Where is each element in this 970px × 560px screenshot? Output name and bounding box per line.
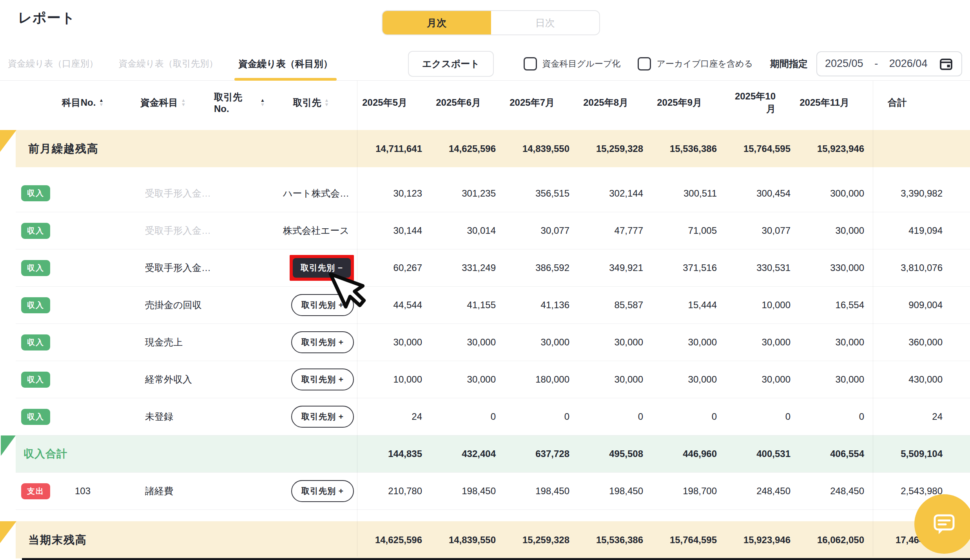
tab-cashflow-by-partner[interactable]: 資金繰り表（取引先別）	[119, 47, 218, 80]
month-value-cell: 60,267	[357, 262, 431, 273]
column-header-label: 合計	[888, 97, 907, 108]
toolbar: エクスポート 資金科目グループ化 アーカイブ口座を含める 期間指定 2025/0…	[408, 47, 962, 80]
calendar-icon[interactable]	[939, 56, 954, 71]
month-value-cell: 301,235	[431, 188, 504, 199]
group-accounts-checkbox[interactable]: 資金科目グループ化	[524, 57, 621, 70]
period-separator: -	[874, 58, 878, 70]
include-archived-checkbox[interactable]: アーカイブ口座を含める	[638, 57, 753, 70]
total-value-cell: 5,509,104	[873, 448, 970, 459]
partner-cell: ハート株式会…	[265, 187, 357, 200]
top-bar: レポート 月次 日次	[0, 0, 970, 47]
month-value-cell: 0	[504, 411, 578, 422]
partner-breakdown-collapse-button[interactable]: 取引先別 −	[293, 258, 351, 278]
month-value-cell: 0	[578, 411, 652, 422]
month-value-cell: 10,000	[725, 300, 799, 311]
chat-bubble-icon	[930, 510, 958, 538]
include-archived-checkbox-label: アーカイブ口座を含める	[656, 58, 753, 70]
report-tabs: 資金繰り表（口座別） 資金繰り表（取引先別） 資金繰り表（科目別）	[8, 47, 353, 80]
partner-cell: 取引先別 +	[265, 294, 357, 316]
month-column-header: 2025年11月	[799, 96, 873, 109]
month-value-cell: 30,077	[725, 225, 799, 236]
month-value-cell: 30,000	[431, 337, 504, 348]
column-header-partner[interactable]: 取引先 ▲▼	[265, 96, 357, 109]
month-value-cell: 10,000	[357, 374, 431, 385]
column-header-label: 取引先No.	[214, 91, 257, 114]
tab-cashflow-by-subject[interactable]: 資金繰り表（科目別）	[238, 47, 333, 80]
total-value-cell: 3,810,076	[873, 262, 970, 273]
month-value-cell: 30,000	[431, 374, 504, 385]
row-type-cell: 支出	[16, 483, 53, 499]
opening-balance-label: 前月繰越残高	[16, 141, 357, 156]
partner-cell: 取引先別 +	[265, 369, 357, 390]
period-view-toggle: 月次 日次	[382, 10, 600, 35]
month-value-cell: 16,554	[799, 300, 873, 311]
month-column-header: 2025年8月	[578, 96, 652, 109]
row-type-cell: 収入	[16, 297, 53, 313]
partner-cell: 取引先別 +	[265, 331, 357, 353]
partner-breakdown-expand-button[interactable]: 取引先別 +	[291, 331, 354, 353]
month-value-cell: 446,960	[652, 448, 725, 459]
month-value-cell: 15,764,595	[725, 143, 799, 154]
partner-name: ハート株式会…	[283, 187, 349, 200]
column-header-subject[interactable]: 資金科目 ▲▼	[112, 96, 214, 109]
period-start-value[interactable]: 2025/05	[825, 58, 863, 70]
month-value-cell: 349,921	[578, 262, 652, 273]
month-value-cell: 198,700	[652, 486, 725, 497]
partner-breakdown-expand-button[interactable]: 取引先別 +	[291, 406, 354, 428]
total-value-cell: 909,004	[873, 300, 970, 311]
month-value-cell: 15,444	[652, 300, 725, 311]
partner-breakdown-expand-button[interactable]: 取引先別 +	[291, 294, 354, 316]
checkbox-icon[interactable]	[638, 57, 651, 70]
checkbox-icon[interactable]	[524, 57, 537, 70]
column-header-subject-no[interactable]: 科目No. ▲▼	[53, 96, 112, 109]
table-row: 収入受取手形入金…取引先別 −60,267331,249386,592349,9…	[16, 249, 970, 286]
month-value-cell: 330,000	[799, 262, 873, 273]
month-value-cell: 637,728	[504, 448, 578, 459]
income-badge: 収入	[21, 260, 50, 276]
monthly-toggle-button[interactable]: 月次	[383, 11, 491, 34]
month-value-cell: 24	[357, 411, 431, 422]
month-value-cell: 41,136	[504, 300, 578, 311]
month-value-cell: 44,544	[357, 300, 431, 311]
sort-icon[interactable]: ▲▼	[181, 98, 186, 107]
month-value-cell: 300,511	[652, 188, 725, 199]
period-end-value[interactable]: 2026/04	[889, 58, 928, 70]
month-value-cell: 14,711,641	[357, 143, 431, 154]
month-value-cell: 30,000	[357, 337, 431, 348]
daily-toggle-button[interactable]: 日次	[491, 11, 600, 34]
row-type-cell: 収入	[16, 260, 53, 276]
period-range-input[interactable]: 2025/05 - 2026/04	[816, 51, 962, 76]
row-type-cell: 収入	[16, 185, 53, 201]
month-value-cell: 14,625,596	[431, 143, 504, 154]
month-value-cell: 16,062,050	[799, 535, 873, 546]
income-badge: 収入	[21, 185, 50, 201]
month-value-cell: 30,144	[357, 225, 431, 236]
month-value-cell: 198,450	[578, 486, 652, 497]
column-header-label: 科目No.	[62, 96, 96, 109]
month-value-cell: 30,000	[578, 374, 652, 385]
subject-no-cell: 103	[53, 486, 112, 497]
partner-breakdown-expand-button[interactable]: 取引先別 +	[291, 369, 354, 390]
column-header-total: 合計	[873, 96, 970, 109]
month-value-cell: 248,450	[725, 486, 799, 497]
horizontal-scrollbar[interactable]	[22, 558, 970, 560]
column-header-partner-no[interactable]: 取引先No. ▲▼	[214, 91, 265, 114]
subject-name: 経常外収入	[112, 373, 214, 386]
sort-icon[interactable]: ▲▼	[325, 98, 329, 107]
month-value-cell: 30,014	[431, 225, 504, 236]
column-header-label: 資金科目	[140, 96, 178, 109]
partner-breakdown-expand-button[interactable]: 取引先別 +	[291, 480, 354, 502]
sort-icon[interactable]: ▲▼	[260, 98, 265, 107]
month-value-cell: 248,450	[799, 486, 873, 497]
row-type-cell: 収入	[16, 409, 53, 425]
export-button[interactable]: エクスポート	[408, 51, 494, 77]
month-value-cell: 400,531	[725, 448, 799, 459]
tab-cashflow-by-account[interactable]: 資金繰り表（口座別）	[8, 47, 98, 80]
month-value-cell: 356,515	[504, 188, 578, 199]
month-value-cell: 15,259,328	[578, 143, 652, 154]
month-value-cell: 300,454	[725, 188, 799, 199]
table-row: 収入受取手形入金…ハート株式会…30,123301,235356,515302,…	[16, 175, 970, 212]
chat-fab-button[interactable]	[914, 494, 970, 554]
sort-icon[interactable]: ▲▼	[99, 98, 103, 107]
month-value-cell: 47,777	[578, 225, 652, 236]
